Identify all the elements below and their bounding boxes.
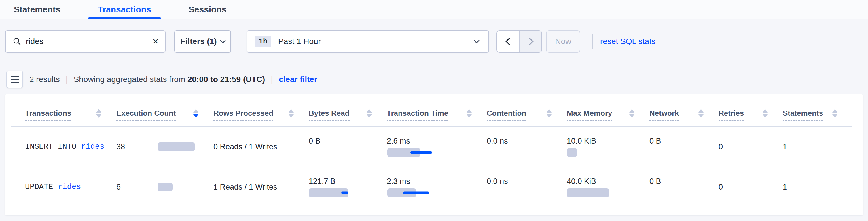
execution-count-cell: 6: [116, 167, 213, 207]
filters-button-label: Filters (1): [180, 37, 217, 46]
transaction-fingerprint: INSERT INTO rides: [25, 127, 116, 167]
bytes-read-cell: 0 B: [309, 127, 387, 167]
column-header-statements[interactable]: Statements: [783, 94, 852, 126]
execution-count-cell: 38: [116, 127, 213, 167]
list-icon: [11, 76, 19, 77]
results-count: 2 results: [29, 75, 60, 84]
bytes-read-cell: 121.7 B: [309, 167, 387, 207]
search-input[interactable]: [26, 37, 152, 46]
chevron-right-icon: [526, 38, 533, 45]
tab-transactions[interactable]: Transactions: [88, 0, 161, 19]
prev-time-button[interactable]: [497, 31, 519, 52]
transaction-time-stddev-bar: [410, 151, 432, 154]
sort-arrows-icon[interactable]: [699, 109, 704, 118]
tab-transactions-label: Transactions: [98, 5, 151, 14]
sort-arrows-icon[interactable]: [96, 109, 101, 118]
reset-sql-stats-label: reset SQL stats: [600, 37, 655, 46]
transaction-fingerprint: UPDATE rides: [25, 167, 116, 207]
tab-sessions[interactable]: Sessions: [179, 0, 237, 19]
network-cell: 0 B: [649, 167, 718, 207]
statements-cell: 1: [783, 127, 852, 167]
max-memory-cell: 10.0 KiB: [567, 127, 649, 167]
toolbar-divider: [240, 32, 240, 51]
next-time-button[interactable]: [519, 31, 541, 52]
tab-statements[interactable]: Statements: [4, 0, 70, 19]
transactions-table: Transactions Execution Count Rows Proces…: [5, 94, 863, 215]
sort-arrows-icon[interactable]: [547, 109, 552, 118]
table-header-row: Transactions Execution Count Rows Proces…: [11, 94, 852, 127]
network-cell: 0 B: [649, 127, 718, 167]
execution-count-bar: [158, 183, 173, 191]
separator: |: [271, 74, 273, 84]
table-row: INSERT INTO rides 38 0 Reads / 1 Writes …: [11, 127, 852, 167]
contention-cell: 0.0 ns: [487, 167, 567, 207]
time-range-label: Past 1 Hour: [278, 37, 475, 46]
now-button-label: Now: [555, 37, 571, 46]
column-header-contention[interactable]: Contention: [487, 94, 567, 126]
rows-processed-cell: 0 Reads / 1 Writes: [213, 127, 309, 167]
column-selector-button[interactable]: [6, 70, 23, 88]
column-header-max-memory[interactable]: Max Memory: [567, 94, 649, 126]
sort-arrows-icon[interactable]: [288, 109, 294, 118]
max-memory-cell: 40.0 KiB: [567, 167, 649, 207]
separator: |: [66, 74, 68, 84]
table-row: UPDATE rides 6 1 Reads / 1 Writes 121.7 …: [11, 167, 852, 208]
max-memory-bar: [567, 148, 577, 157]
contention-cell: 0.0 ns: [487, 127, 567, 167]
column-header-network[interactable]: Network: [649, 94, 718, 126]
search-box[interactable]: ✕: [5, 30, 165, 53]
chevron-down-icon: [474, 38, 479, 43]
sort-arrows-icon[interactable]: [832, 109, 837, 118]
search-icon: [13, 37, 21, 46]
statements-cell: 1: [783, 167, 852, 207]
time-nav-buttons: [496, 30, 542, 53]
tab-statements-label: Statements: [14, 5, 60, 14]
column-header-retries[interactable]: Retries: [718, 94, 783, 126]
clear-filter-link[interactable]: clear filter: [279, 75, 317, 84]
chevron-down-icon: [220, 38, 226, 43]
retries-cell: 0: [718, 127, 783, 167]
column-header-transaction-time[interactable]: Transaction Time: [387, 94, 487, 126]
time-range-picker[interactable]: 1h Past 1 Hour: [247, 30, 489, 53]
execution-count-bar: [158, 143, 195, 151]
transaction-time-cell: 2.6 ms: [387, 127, 487, 167]
transaction-time-cell: 2.3 ms: [387, 167, 487, 207]
chevron-left-icon: [505, 38, 513, 45]
tab-sessions-label: Sessions: [189, 5, 227, 14]
now-button[interactable]: Now: [546, 30, 580, 53]
filters-button[interactable]: Filters (1): [174, 30, 231, 53]
rows-processed-cell: 1 Reads / 1 Writes: [213, 167, 309, 207]
clear-search-icon[interactable]: ✕: [152, 38, 159, 45]
transaction-link[interactable]: rides: [58, 183, 81, 191]
column-header-transactions[interactable]: Transactions: [25, 94, 116, 126]
sort-arrows-icon[interactable]: [629, 109, 634, 118]
bytes-read-stddev-bar: [341, 192, 348, 194]
results-summary: 2 results | Showing aggregated stats fro…: [29, 70, 317, 88]
transaction-time-stddev-bar: [403, 192, 429, 194]
reset-sql-stats-link[interactable]: reset SQL stats: [600, 30, 655, 53]
time-range-bold: 20:00 to 21:59 (UTC): [187, 75, 265, 84]
sort-arrows-icon[interactable]: [467, 109, 472, 118]
transaction-link[interactable]: rides: [81, 143, 104, 151]
sort-arrows-icon[interactable]: [193, 109, 198, 118]
sort-arrows-icon[interactable]: [763, 109, 768, 118]
column-header-rows-processed[interactable]: Rows Processed: [213, 94, 309, 126]
max-memory-bar: [567, 188, 609, 197]
column-header-execution-count[interactable]: Execution Count: [116, 94, 213, 126]
sort-arrows-icon[interactable]: [367, 109, 372, 118]
column-header-bytes-read[interactable]: Bytes Read: [309, 94, 387, 126]
showing-stats-text: Showing aggregated stats from 20:00 to 2…: [74, 75, 265, 84]
retries-cell: 0: [718, 167, 783, 207]
toolbar-divider: [592, 34, 593, 49]
tab-bar: Statements Transactions Sessions: [0, 0, 868, 19]
time-range-badge: 1h: [255, 36, 271, 48]
